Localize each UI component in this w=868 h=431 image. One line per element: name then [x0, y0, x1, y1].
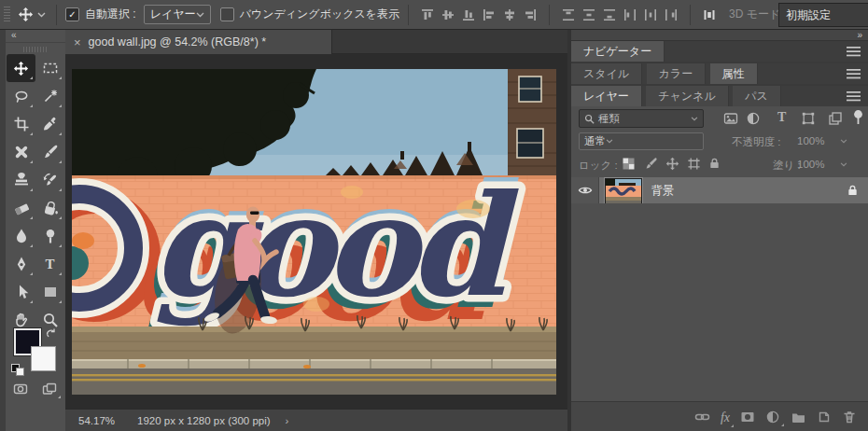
dock-collapse-button[interactable]: »	[571, 30, 868, 41]
distribute-bottom-edges-icon[interactable]	[602, 7, 617, 22]
new-adjustment-layer-icon[interactable]	[765, 410, 780, 424]
tab-navigator[interactable]: ナビゲーター	[571, 41, 665, 62]
options-bar: ✓ 自動選択 : レイヤー バウンディングボックスを表示 3D モード 初期設定	[0, 0, 868, 30]
new-group-folder-icon[interactable]	[791, 410, 806, 424]
tool-pen[interactable]	[7, 250, 35, 278]
tool-paint-bucket[interactable]	[35, 194, 64, 222]
rectangle-icon	[42, 284, 59, 300]
tab-paths[interactable]: パス	[733, 86, 781, 106]
tool-blur[interactable]	[7, 222, 35, 250]
filter-type-layers-icon[interactable]: T	[777, 110, 786, 125]
panel-menu-icon[interactable]	[847, 69, 861, 79]
tool-quick-select[interactable]	[35, 82, 64, 110]
styles-panel-header: スタイル カラー 属性	[571, 63, 868, 84]
delete-layer-trash-icon[interactable]	[842, 410, 857, 424]
navigator-panel-header: ナビゲーター	[571, 41, 868, 62]
filter-shape-layers-icon[interactable]	[801, 111, 816, 126]
layer-thumbnail[interactable]	[605, 178, 642, 204]
screen-mode-button[interactable]	[35, 377, 63, 401]
tool-marquee[interactable]	[35, 54, 64, 82]
layer-filter-kind-dropdown[interactable]: 種類	[579, 109, 704, 128]
opacity-value[interactable]: 100%	[797, 135, 824, 146]
close-icon[interactable]: ×	[65, 35, 89, 49]
separator	[690, 5, 691, 25]
lock-transparent-pixels-icon[interactable]	[622, 157, 636, 171]
auto-select-checkbox[interactable]: ✓	[65, 7, 79, 21]
tool-panel: « T •••	[6, 30, 65, 431]
lock-all-icon[interactable]	[708, 157, 721, 170]
tool-path-select[interactable]	[7, 278, 35, 306]
tool-eyedropper[interactable]	[35, 110, 64, 138]
tool-clone-stamp[interactable]	[7, 166, 35, 194]
background-color-swatch[interactable]	[31, 346, 56, 371]
panel-menu-icon[interactable]	[847, 91, 861, 102]
align-top-edges-icon[interactable]	[420, 7, 435, 22]
layer-style-fx-icon[interactable]: fx	[721, 409, 730, 425]
distribute-spacing-icon[interactable]	[702, 7, 717, 22]
document-tab[interactable]: × good wall.jpg @ 54.2% (RGB/8*) *	[65, 30, 332, 54]
new-layer-icon[interactable]	[817, 410, 832, 424]
align-horizontal-centers-icon[interactable]	[502, 7, 517, 22]
lock-position-icon[interactable]	[665, 157, 679, 171]
tool-healing-brush[interactable]	[7, 138, 35, 166]
distribute-horizontal-centers-icon[interactable]	[643, 7, 658, 22]
tool-lasso[interactable]	[7, 82, 35, 110]
align-vertical-centers-icon[interactable]	[441, 7, 455, 22]
add-layer-mask-icon[interactable]	[740, 410, 755, 424]
filter-smart-objects-icon[interactable]	[828, 111, 843, 126]
distribute-vertical-centers-icon[interactable]	[581, 7, 596, 22]
layer-row-background[interactable]: 背景	[571, 177, 868, 203]
distribute-right-edges-icon[interactable]	[664, 7, 679, 22]
align-right-edges-icon[interactable]	[523, 7, 538, 22]
lock-artboard-icon[interactable]	[687, 157, 701, 171]
fill-value[interactable]: 100%	[797, 159, 824, 170]
filter-pixel-layers-icon[interactable]	[723, 111, 738, 126]
chevron-down-icon[interactable]	[840, 139, 847, 144]
link-layers-icon[interactable]	[694, 410, 710, 424]
lock-image-pixels-icon[interactable]	[644, 157, 658, 171]
layer-visibility-toggle[interactable]	[571, 177, 599, 203]
tool-dodge[interactable]	[35, 222, 64, 250]
tab-layers[interactable]: レイヤー	[571, 86, 642, 106]
tab-styles[interactable]: スタイル	[571, 63, 642, 84]
tool-shape-rectangle[interactable]	[35, 278, 64, 306]
chevron-down-icon	[196, 12, 204, 18]
tool-move[interactable]	[7, 54, 35, 82]
tab-properties[interactable]: 属性	[710, 63, 758, 84]
toolbar-grip[interactable]	[23, 47, 48, 52]
toolbar-collapse-button[interactable]: «	[6, 30, 65, 43]
tool-type[interactable]: T	[35, 250, 64, 278]
tool-preset-chevron-icon[interactable]	[37, 12, 46, 18]
blend-mode-dropdown[interactable]: 通常	[579, 132, 704, 150]
tool-brush[interactable]	[35, 138, 64, 166]
tool-eraser[interactable]	[7, 194, 35, 222]
align-left-edges-icon[interactable]	[482, 7, 497, 22]
options-bar-grip[interactable]	[4, 7, 10, 23]
tool-crop[interactable]	[7, 110, 35, 138]
pen-icon	[13, 256, 30, 272]
layers-bottom-bar: fx	[571, 401, 868, 431]
filter-adjustment-layers-icon[interactable]	[746, 111, 761, 126]
tab-color[interactable]: カラー	[647, 63, 707, 84]
distribute-left-edges-icon[interactable]	[623, 7, 637, 22]
tab-channels[interactable]: チャンネル	[646, 86, 728, 106]
status-chevron-icon[interactable]: ›	[286, 415, 289, 426]
layers-list-empty-area[interactable]	[571, 203, 868, 401]
swap-colors-icon[interactable]	[45, 327, 57, 339]
show-bounding-box-checkbox[interactable]	[220, 7, 234, 21]
distribute-top-edges-icon[interactable]	[561, 7, 576, 22]
magic-wand-icon	[42, 88, 59, 104]
canvas-area[interactable]: good good good good	[65, 54, 567, 409]
filter-toggle-pin-icon[interactable]	[852, 109, 864, 126]
workspace-switcher[interactable]: 初期設定	[778, 3, 868, 27]
zoom-level-field[interactable]: 54.17%	[78, 415, 115, 426]
layer-name[interactable]: 背景	[651, 177, 674, 203]
align-bottom-edges-icon[interactable]	[461, 7, 476, 22]
chevron-down-icon[interactable]	[840, 162, 847, 167]
layer-filter-row: 種類 T	[571, 106, 868, 131]
quick-mask-button[interactable]	[6, 377, 35, 401]
tool-history-brush[interactable]	[35, 166, 64, 194]
default-colors-icon[interactable]	[11, 364, 24, 375]
auto-select-target-dropdown[interactable]: レイヤー	[144, 5, 211, 24]
panel-menu-icon[interactable]	[847, 47, 861, 57]
